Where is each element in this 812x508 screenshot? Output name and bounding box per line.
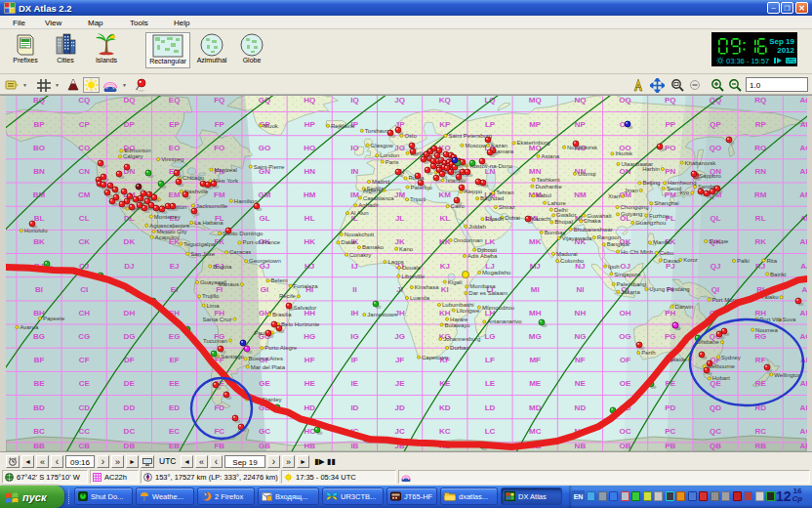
svg-text:Cebu: Cebu: [660, 250, 673, 256]
svg-text:GO: GO: [259, 144, 270, 152]
svg-text:ED: ED: [169, 403, 180, 412]
svg-text:RF: RF: [755, 356, 766, 364]
svg-text:Acapulco: Acapulco: [155, 234, 180, 240]
svg-text:BE: BE: [33, 379, 45, 388]
svg-text:Rita: Rita: [766, 258, 777, 264]
svg-text:RN: RN: [754, 167, 766, 176]
svg-text:Trujillo: Trujillo: [202, 293, 220, 299]
svg-text:GI: GI: [261, 285, 268, 294]
svg-text:EJ: EJ: [170, 262, 180, 271]
svg-text:Aleppo: Aleppo: [464, 189, 482, 194]
svg-text:Omdurman: Omdurman: [454, 237, 483, 243]
svg-text:GC: GC: [259, 427, 270, 436]
svg-text:PP: PP: [665, 120, 675, 129]
svg-text:Ekaterinburg: Ekaterinburg: [517, 140, 550, 146]
svg-text:Bangkok: Bangkok: [607, 241, 630, 247]
svg-text:Ulumqi: Ulumqi: [578, 171, 596, 177]
svg-text:DK: DK: [124, 237, 136, 246]
svg-text:OE: OE: [620, 379, 631, 388]
svg-text:Montreal: Montreal: [215, 167, 237, 173]
svg-text:Fuzhou: Fuzhou: [649, 213, 669, 219]
svg-text:Johannesburg: Johannesburg: [443, 336, 480, 342]
svg-text:Recife: Recife: [279, 293, 297, 299]
svg-text:Palki: Palki: [737, 258, 750, 264]
svg-text:Rangoon: Rangoon: [597, 234, 621, 240]
svg-text:Luanda: Luanda: [410, 295, 430, 301]
svg-text:PD: PD: [665, 403, 675, 412]
svg-text:QB: QB: [710, 442, 721, 450]
svg-text:Algiers: Algiers: [363, 188, 381, 193]
svg-text:Calgary: Calgary: [123, 153, 143, 159]
svg-text:BC: BC: [33, 427, 45, 436]
svg-text:EQ: EQ: [169, 96, 181, 105]
svg-text:Dushanbe: Dushanbe: [535, 184, 562, 190]
svg-text:MP: MP: [529, 120, 542, 129]
svg-text:Antananarivo: Antananarivo: [487, 318, 522, 324]
svg-text:Tegucigalpa: Tegucigalpa: [183, 241, 216, 247]
svg-text:Astana: Astana: [541, 153, 559, 159]
svg-text:Palembang: Palembang: [617, 281, 646, 287]
svg-text:Casablanca: Casablanca: [363, 195, 394, 201]
svg-text:BD: BD: [33, 403, 45, 412]
svg-text:JO: JO: [394, 144, 405, 152]
svg-text:JQ: JQ: [394, 96, 405, 105]
svg-text:Dakar: Dakar: [341, 239, 356, 245]
svg-text:Tashkent: Tashkent: [537, 177, 560, 183]
svg-text:Chicago: Chicago: [183, 175, 205, 181]
svg-text:JE: JE: [395, 379, 405, 388]
svg-text:EG: EG: [169, 332, 181, 341]
svg-text:NH: NH: [575, 309, 587, 318]
svg-text:HQ: HQ: [304, 96, 315, 105]
svg-text:Bamako: Bamako: [362, 244, 385, 250]
svg-text:Suva: Suva: [783, 317, 796, 322]
svg-text:DP: DP: [124, 120, 136, 129]
svg-text:DG: DG: [123, 332, 135, 341]
svg-text:LK: LK: [485, 237, 496, 246]
svg-text:KM: KM: [439, 190, 452, 199]
svg-text:BO: BO: [33, 144, 45, 152]
svg-text:OQ: OQ: [619, 96, 630, 105]
svg-text:Santa Cruz: Santa Cruz: [202, 317, 231, 322]
svg-text:JD: JD: [394, 403, 404, 412]
svg-text:Irkutsk: Irkutsk: [615, 150, 633, 156]
svg-text:HG: HG: [304, 332, 315, 341]
svg-text:Papeete: Papeete: [43, 316, 65, 321]
svg-text:LC: LC: [485, 427, 496, 436]
svg-text:CM: CM: [78, 190, 91, 199]
svg-text:DD: DD: [124, 403, 136, 412]
svg-text:MQ: MQ: [529, 96, 542, 105]
svg-text:Vijayawada: Vijayawada: [562, 235, 592, 241]
svg-text:CE: CE: [79, 379, 91, 388]
svg-text:Belem: Belem: [271, 277, 288, 283]
svg-text:HK: HK: [304, 237, 315, 246]
svg-text:Mogadisho: Mogadisho: [482, 270, 511, 275]
svg-text:Madurai: Madurai: [556, 251, 578, 257]
svg-text:GL: GL: [259, 214, 269, 223]
svg-text:Novosibirsk: Novosibirsk: [567, 145, 598, 150]
svg-text:BB: BB: [33, 442, 45, 450]
svg-text:PM: PM: [665, 190, 676, 199]
svg-text:Jamestown: Jamestown: [367, 312, 396, 318]
svg-text:HF: HF: [304, 356, 315, 364]
svg-text:HN: HN: [304, 167, 315, 176]
svg-text:HE: HE: [304, 379, 316, 388]
svg-text:HM: HM: [304, 190, 316, 199]
svg-text:IO: IO: [350, 144, 358, 152]
svg-text:Conakry: Conakry: [349, 252, 371, 258]
svg-text:Caracas: Caracas: [229, 249, 251, 255]
svg-text:San Jose: San Jose: [190, 251, 216, 257]
svg-text:EF: EF: [169, 356, 179, 364]
svg-text:Mumoudzou: Mumoudzou: [482, 305, 514, 311]
svg-text:Shiraz: Shiraz: [499, 204, 515, 210]
svg-text:RP: RP: [755, 120, 767, 129]
svg-text:JM: JM: [394, 190, 405, 199]
svg-text:FQ: FQ: [214, 96, 224, 105]
svg-text:Sapporo: Sapporo: [699, 173, 721, 179]
svg-text:MG: MG: [529, 332, 542, 341]
svg-text:RL: RL: [755, 214, 766, 223]
svg-text:Djibouti: Djibouti: [477, 247, 497, 253]
svg-text:JF: JF: [395, 356, 404, 364]
svg-text:Porto Alegre: Porto Alegre: [264, 345, 298, 351]
svg-text:BF: BF: [34, 356, 45, 364]
svg-text:Riyadh: Riyadh: [485, 216, 504, 222]
